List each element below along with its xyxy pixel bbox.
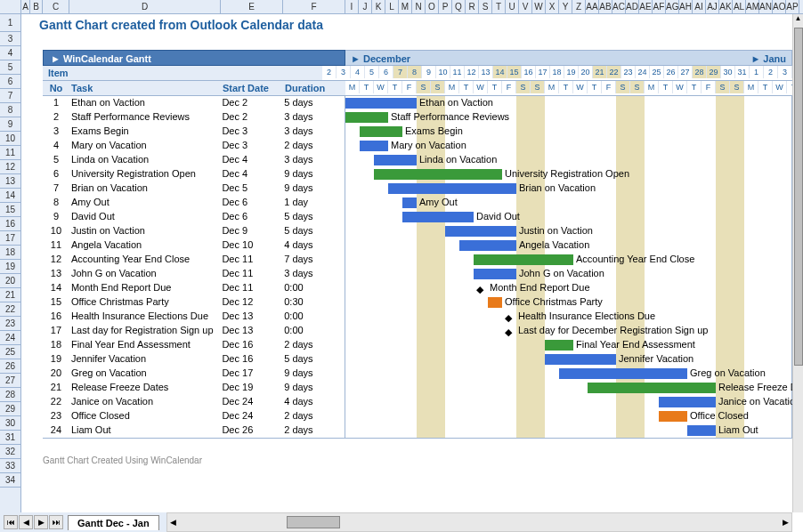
col-Z[interactable]: Z — [572, 0, 586, 13]
vertical-scrollbar[interactable]: ▲ — [792, 14, 803, 512]
col-AJ[interactable]: AJ — [706, 0, 719, 13]
col-AA[interactable]: AA — [586, 0, 599, 13]
row-33[interactable]: 33 — [0, 459, 20, 473]
tab-last-icon[interactable]: ⏭ — [49, 515, 63, 529]
tab-first-icon[interactable]: ⏮ — [4, 515, 18, 529]
tab-next-icon[interactable]: ▶ — [34, 515, 48, 529]
col-V[interactable]: V — [519, 0, 532, 13]
col-AP[interactable]: AP — [786, 0, 799, 13]
row-27[interactable]: 27 — [0, 374, 20, 388]
col-X[interactable]: X — [546, 0, 559, 13]
col-AN[interactable]: AN — [759, 0, 773, 13]
table-row[interactable]: 4Mary on VacationDec 32 daysMary on Vaca… — [43, 139, 791, 153]
table-row[interactable]: 11Angela VacationDec 104 daysAngela Vaca… — [43, 238, 791, 253]
col-W[interactable]: W — [532, 0, 546, 13]
row-5[interactable]: 5 — [0, 60, 20, 75]
row-18[interactable]: 18 — [0, 246, 20, 260]
row-20[interactable]: 20 — [0, 274, 20, 288]
col-L[interactable]: L — [385, 0, 399, 13]
table-row[interactable]: 1Ethan on VactionDec 25 daysEthan on Vac… — [43, 96, 791, 110]
col-AH[interactable]: AH — [679, 0, 693, 13]
col-T[interactable]: T — [492, 0, 506, 13]
col-O[interactable]: O — [426, 0, 439, 13]
row-15[interactable]: 15 — [0, 203, 20, 217]
row-30[interactable]: 30 — [0, 416, 20, 431]
row-21[interactable]: 21 — [0, 288, 20, 302]
row-25[interactable]: 25 — [0, 345, 20, 359]
row-10[interactable]: 10 — [0, 132, 20, 146]
table-row[interactable]: 23Office ClosedDec 242 daysOffice Closed — [43, 409, 791, 423]
table-row[interactable]: 20Greg on VacationDec 179 daysGreg on Va… — [43, 367, 791, 381]
row-28[interactable]: 28 — [0, 388, 20, 402]
col-AC[interactable]: AC — [612, 0, 626, 13]
col-E[interactable]: E — [221, 0, 283, 13]
table-row[interactable]: 24Liam OutDec 262 daysLiam Out — [43, 423, 791, 438]
col-AI[interactable]: AI — [693, 0, 706, 13]
col-I[interactable]: I — [345, 0, 359, 13]
col-AB[interactable]: AB — [599, 0, 612, 13]
col-AF[interactable]: AF — [653, 0, 666, 13]
row-24[interactable]: 24 — [0, 331, 20, 345]
col-C[interactable]: C — [43, 0, 69, 13]
col-Q[interactable]: Q — [452, 0, 466, 13]
table-row[interactable]: 9David OutDec 65 daysDavid Out — [43, 210, 791, 224]
row-17[interactable]: 17 — [0, 231, 20, 246]
row-31[interactable]: 31 — [0, 431, 20, 445]
table-row[interactable]: 16Health Insurance Elections DueDec 130:… — [43, 310, 791, 324]
col-AO[interactable]: AO — [773, 0, 786, 13]
table-row[interactable]: 17Last day for Registration Sign upDec 1… — [43, 324, 791, 338]
table-row[interactable]: 14Month End Report DueDec 110:00◆Month E… — [43, 281, 791, 295]
col-D[interactable]: D — [69, 0, 221, 13]
row-3[interactable]: 3 — [0, 32, 20, 46]
col-J[interactable]: J — [359, 0, 372, 13]
col-S[interactable]: S — [479, 0, 492, 13]
row-14[interactable]: 14 — [0, 189, 20, 203]
col-M[interactable]: M — [399, 0, 412, 13]
col-N[interactable]: N — [412, 0, 426, 13]
table-row[interactable]: 5Linda on VacationDec 43 daysLinda on Va… — [43, 153, 791, 167]
table-row[interactable]: 18Final Year End AssessmentDec 162 daysF… — [43, 338, 791, 352]
row-9[interactable]: 9 — [0, 117, 20, 132]
col-AK[interactable]: AK — [719, 0, 733, 13]
table-row[interactable]: 3Exams BeginDec 33 daysExams Begin — [43, 125, 791, 139]
col-Y[interactable]: Y — [559, 0, 572, 13]
col-U[interactable]: U — [506, 0, 519, 13]
row-7[interactable]: 7 — [0, 89, 20, 103]
table-row[interactable]: 15Office Christmas PartyDec 120:30Office… — [43, 295, 791, 310]
row-13[interactable]: 13 — [0, 174, 20, 189]
row-32[interactable]: 32 — [0, 445, 20, 459]
table-row[interactable]: 6University Registration OpenDec 49 days… — [43, 167, 791, 181]
col-P[interactable]: P — [439, 0, 452, 13]
table-row[interactable]: 13John G on VacationDec 113 daysJohn G o… — [43, 267, 791, 281]
row-16[interactable]: 16 — [0, 217, 20, 231]
col-AE[interactable]: AE — [639, 0, 653, 13]
row-19[interactable]: 19 — [0, 260, 20, 274]
row-29[interactable]: 29 — [0, 402, 20, 416]
table-row[interactable]: 2Staff Performance ReviewsDec 23 daysSta… — [43, 110, 791, 125]
col-AD[interactable]: AD — [626, 0, 639, 13]
row-8[interactable]: 8 — [0, 103, 20, 117]
row-26[interactable]: 26 — [0, 359, 20, 374]
col-A[interactable]: A — [21, 0, 30, 13]
row-4[interactable]: 4 — [0, 46, 20, 60]
col-AL[interactable]: AL — [733, 0, 746, 13]
table-row[interactable]: 7Brian on VacationDec 59 daysBrian on Va… — [43, 181, 791, 196]
row-12[interactable]: 12 — [0, 160, 20, 174]
table-row[interactable]: 8Amy OutDec 61 dayAmy Out — [43, 196, 791, 210]
col-K[interactable]: K — [372, 0, 385, 13]
col-R[interactable]: R — [466, 0, 479, 13]
col-F[interactable]: F — [283, 0, 345, 13]
horizontal-scrollbar[interactable]: ◀ ▶ — [166, 512, 792, 532]
col-AM[interactable]: AM — [746, 0, 759, 13]
row-23[interactable]: 23 — [0, 317, 20, 331]
row-6[interactable]: 6 — [0, 75, 20, 89]
row-34[interactable]: 34 — [0, 473, 20, 488]
row-11[interactable]: 11 — [0, 146, 20, 160]
col-B[interactable]: B — [30, 0, 43, 13]
table-row[interactable]: 22Janice on VacationDec 244 daysJanice o… — [43, 395, 791, 409]
row-22[interactable]: 22 — [0, 302, 20, 317]
table-row[interactable]: 12Accounting Year End CloseDec 117 daysA… — [43, 253, 791, 267]
table-row[interactable]: 10Justin on VactionDec 95 daysJustin on … — [43, 224, 791, 238]
sheet-tab-active[interactable]: Gantt Dec - Jan — [68, 515, 159, 530]
col-AG[interactable]: AG — [666, 0, 679, 13]
